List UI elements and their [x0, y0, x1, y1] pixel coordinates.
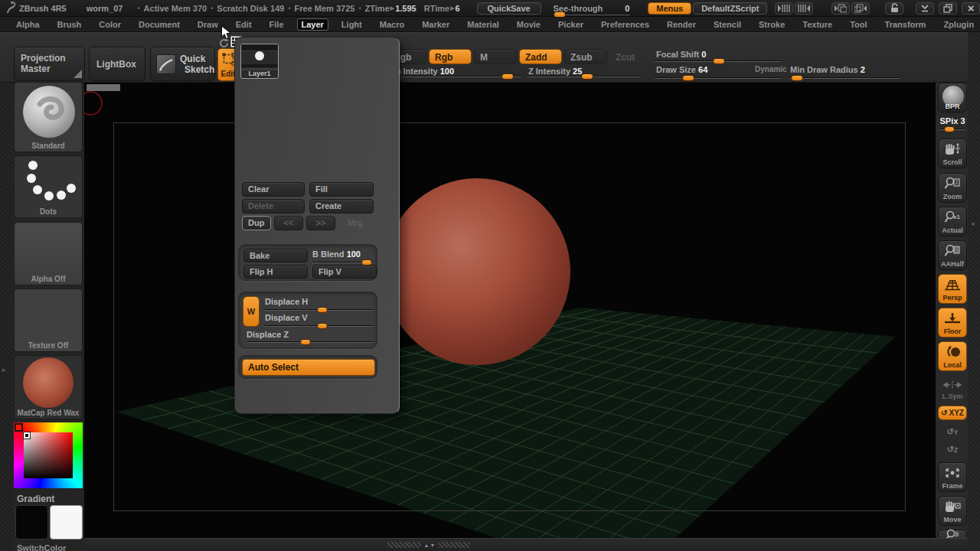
bake-button[interactable]: Bake [243, 249, 308, 262]
layer-create-button[interactable]: Create [309, 199, 374, 214]
menu-item[interactable]: File [265, 18, 289, 31]
left-tray-toggle-icon[interactable] [775, 2, 793, 15]
document-canvas[interactable] [84, 83, 936, 538]
quicksave-button[interactable]: QuickSave [477, 2, 541, 15]
floor-button[interactable]: Floor [938, 308, 967, 337]
see-through-slider[interactable] [554, 14, 630, 15]
brush-selector[interactable]: Standard [14, 82, 83, 152]
lsym-button[interactable]: L.Sym [938, 377, 967, 403]
displace-z-slider[interactable] [247, 341, 374, 343]
wrap-mode-toggle[interactable]: W [243, 296, 260, 327]
displace-h-slider[interactable] [264, 309, 374, 311]
menu-item[interactable]: Stencil [709, 18, 746, 31]
layer-mrg-button[interactable]: Mrg [340, 216, 371, 230]
tray-handle-icon[interactable]: ▸ [2, 366, 6, 373]
mode-toggle-button[interactable]: Rgb [429, 49, 472, 64]
sv-cursor-icon[interactable] [24, 432, 30, 439]
menu-item[interactable]: Picker [554, 18, 588, 31]
hue-cursor-icon[interactable] [15, 423, 23, 432]
menu-item[interactable]: Tool [845, 18, 871, 31]
texture-selector[interactable]: Texture Off [14, 289, 83, 352]
menu-item[interactable]: Brush [53, 18, 87, 31]
saturation-square[interactable] [24, 432, 73, 478]
menu-item[interactable]: Texture [798, 18, 837, 31]
scroll-down-icon[interactable]: ▼ [430, 543, 436, 548]
color-picker[interactable] [14, 422, 83, 488]
menu-item[interactable]: Alpha [11, 18, 44, 31]
actual-size-button[interactable]: x1 Actual [938, 207, 967, 236]
blend-slider[interactable] [312, 262, 374, 263]
lightbox-button[interactable]: LightBox [89, 47, 145, 81]
scrollbar-arrows[interactable]: ▲ ▼ [423, 542, 436, 548]
layer-prev-button[interactable]: << [274, 216, 303, 230]
displace-v-slider[interactable] [264, 325, 374, 327]
z-intensity-slider[interactable] [527, 76, 640, 77]
lock-icon[interactable] [885, 2, 903, 15]
left-tray-divider[interactable]: ▸ [0, 83, 12, 551]
tray-handle-icon[interactable]: ◂ [971, 220, 975, 227]
persp-button[interactable]: Persp [938, 274, 967, 304]
menu-item[interactable]: Edit [231, 18, 256, 31]
quick-sketch-button[interactable]: Quick Sketch [150, 47, 215, 81]
stroke-selector[interactable]: Dots [14, 155, 83, 218]
menu-item[interactable]: Preferences [596, 18, 654, 31]
draw-size-slider[interactable] [655, 77, 781, 79]
restore-window-icon[interactable] [939, 2, 957, 15]
minimize-icon[interactable] [916, 2, 934, 15]
menu-item[interactable]: Transform [880, 18, 931, 31]
canvas-mini-slider[interactable] [87, 84, 120, 91]
right-tray-divider[interactable]: ◂ [968, 32, 980, 551]
main-color-swatch[interactable] [15, 505, 48, 540]
menu-item[interactable]: Document [134, 18, 185, 31]
see-through-control[interactable]: See-through 0 [554, 4, 630, 13]
menu-item[interactable]: Material [462, 18, 504, 31]
layer-dup-button[interactable]: Dup [242, 216, 271, 230]
menu-item[interactable]: Render [662, 18, 701, 31]
right-tray-toggle-icon[interactable] [795, 2, 813, 15]
projection-master-button[interactable]: Projection Master [14, 47, 85, 81]
layer-next-button[interactable]: >> [306, 216, 335, 230]
rotate-z-button[interactable]: ↺Z [938, 445, 967, 455]
menu-item[interactable]: Layer [297, 18, 328, 31]
switchcolor-button[interactable]: SwitchColor [17, 543, 66, 551]
local-button[interactable]: Local [938, 341, 967, 371]
material-selector[interactable]: MatCap Red Wax [14, 355, 83, 419]
aahalf-button[interactable]: AAHalf [938, 240, 967, 270]
menu-item[interactable]: Zplugin [939, 18, 978, 31]
menus-button[interactable]: Menus [648, 2, 691, 15]
layer-clear-button[interactable]: Clear [242, 182, 305, 197]
frame-button[interactable]: Frame [938, 462, 967, 492]
next-document-icon[interactable] [851, 2, 870, 15]
scroll-button[interactable]: Scroll [938, 139, 967, 168]
menu-item[interactable]: Light [337, 18, 367, 31]
mode-toggle-button[interactable]: M [474, 49, 517, 64]
layer-fill-button[interactable]: Fill [309, 182, 374, 197]
gradient-label[interactable]: Gradient [17, 494, 54, 504]
scrollbar-thumb[interactable] [387, 542, 421, 548]
bpr-button[interactable]: BPR [938, 83, 967, 112]
menu-item[interactable]: Macro [375, 18, 409, 31]
min-draw-radius-slider[interactable] [789, 77, 900, 79]
alpha-selector[interactable]: Alpha Off [14, 222, 83, 285]
close-icon[interactable]: × [962, 2, 980, 15]
move-button[interactable]: Move [938, 496, 967, 526]
zoom-button[interactable]: Zoom [938, 173, 967, 203]
spix-slider[interactable] [939, 129, 965, 130]
layer-delete-button[interactable]: Delete [242, 199, 305, 214]
mode-toggle-button[interactable]: Zcut [609, 49, 643, 64]
mode-toggle-button[interactable]: Zadd [519, 49, 562, 64]
menu-item[interactable]: Stroke [754, 18, 789, 31]
flip-v-button[interactable]: Flip V [312, 265, 377, 279]
rotate-y-button[interactable]: ↺Y [938, 427, 967, 437]
rgb-intensity-slider[interactable] [383, 76, 521, 77]
scrollbar-thumb[interactable] [438, 542, 470, 548]
menu-item[interactable]: Color [94, 18, 126, 31]
dynamic-label[interactable]: Dynamic [755, 65, 787, 73]
layer-thumbnail[interactable]: Layer1 [240, 44, 279, 79]
focal-shift-slider[interactable] [655, 60, 781, 62]
menu-item[interactable]: Marker [417, 18, 454, 31]
scroll-up-icon[interactable]: ▲ [424, 543, 430, 548]
defaultzscript-button[interactable]: DefaultZScript [693, 2, 767, 15]
menu-item[interactable]: Movie [512, 18, 545, 31]
auto-select-button[interactable]: Auto Select [242, 359, 375, 376]
